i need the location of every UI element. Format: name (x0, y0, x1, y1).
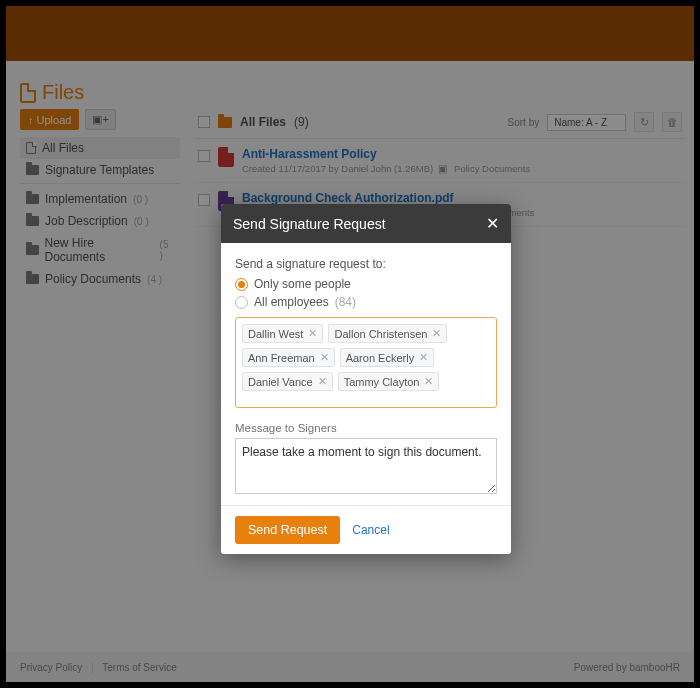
radio-some-people[interactable]: Only some people (235, 277, 497, 291)
modal-lead: Send a signature request to: (235, 257, 497, 271)
radio-label: Only some people (254, 277, 351, 291)
recipient-chip[interactable]: Dallin West✕ (242, 324, 323, 343)
modal-title: Send Signature Request (233, 216, 386, 232)
cancel-link[interactable]: Cancel (352, 523, 389, 537)
recipient-chip[interactable]: Aaron Eckerly✕ (340, 348, 434, 367)
remove-icon[interactable]: ✕ (318, 375, 327, 388)
recipient-chip[interactable]: Dallon Christensen✕ (328, 324, 447, 343)
radio-all-employees[interactable]: All employees (84) (235, 295, 497, 309)
radio-icon (235, 296, 248, 309)
signature-request-modal: Send Signature Request ✕ Send a signatur… (221, 204, 511, 554)
recipient-chip[interactable]: Daniel Vance✕ (242, 372, 333, 391)
radio-label: All employees (254, 295, 329, 309)
recipient-chip[interactable]: Tammy Clayton✕ (338, 372, 440, 391)
remove-icon[interactable]: ✕ (419, 351, 428, 364)
radio-count: (84) (335, 295, 356, 309)
remove-icon[interactable]: ✕ (308, 327, 317, 340)
message-label: Message to Signers (235, 422, 497, 434)
send-request-button[interactable]: Send Request (235, 516, 340, 544)
recipient-chip[interactable]: Ann Freeman✕ (242, 348, 335, 367)
recipients-input[interactable]: Dallin West✕ Dallon Christensen✕ Ann Fre… (235, 317, 497, 408)
message-textarea[interactable] (235, 438, 497, 494)
close-icon[interactable]: ✕ (486, 214, 499, 233)
radio-icon (235, 278, 248, 291)
remove-icon[interactable]: ✕ (432, 327, 441, 340)
modal-header: Send Signature Request ✕ (221, 204, 511, 243)
remove-icon[interactable]: ✕ (320, 351, 329, 364)
remove-icon[interactable]: ✕ (424, 375, 433, 388)
